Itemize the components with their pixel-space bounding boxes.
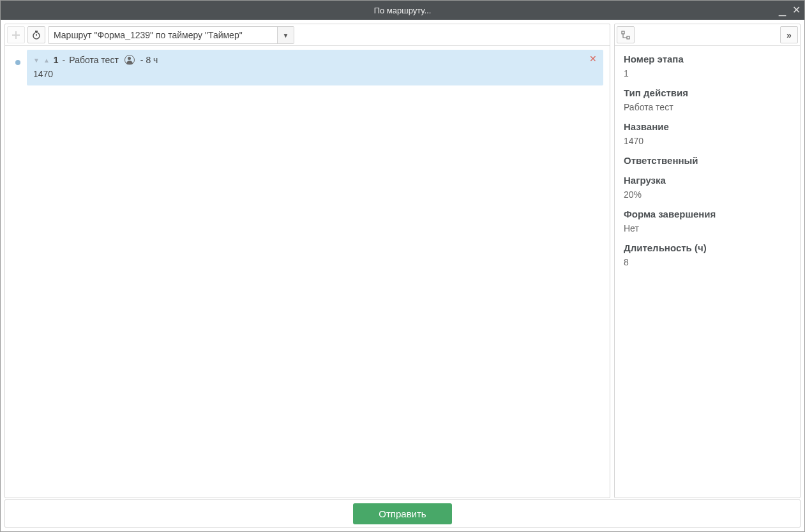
left-toolbar: ▼ [5, 24, 610, 46]
step-separator: - [63, 55, 66, 65]
field-stage-number: Номер этапа 1 [624, 54, 791, 78]
left-panel: ▼ ▼ ▲ 1 - Работа тест [4, 24, 610, 498]
close-button[interactable]: ✕ [792, 5, 801, 15]
field-label: Название [624, 121, 791, 132]
stopwatch-icon [32, 31, 41, 40]
field-value: 8 [624, 257, 791, 267]
field-label: Ответственный [624, 155, 791, 166]
window-controls: _ ✕ [779, 1, 801, 20]
move-up-button[interactable]: ▲ [43, 57, 50, 64]
step-subtitle: 1470 [33, 69, 597, 79]
right-panel: » Номер этапа 1 Тип действия Работа тест… [614, 24, 801, 498]
step-action-label: Работа тест [69, 55, 119, 65]
route-input[interactable] [49, 27, 277, 43]
route-dropdown-button[interactable]: ▼ [277, 27, 294, 43]
field-label: Форма завершения [624, 209, 791, 219]
minimize-button[interactable]: _ [779, 3, 786, 15]
app-window: По маршруту... _ ✕ ▼ [0, 0, 805, 532]
field-responsible: Ответственный [624, 155, 791, 166]
window-title: По маршруту... [374, 6, 432, 15]
titlebar: По маршруту... _ ✕ [1, 1, 804, 20]
add-button[interactable] [7, 26, 25, 43]
field-completion-form: Форма завершения Нет [624, 209, 791, 233]
field-value: Нет [624, 223, 791, 233]
field-value: 1470 [624, 136, 791, 146]
field-action-type: Тип действия Работа тест [624, 87, 791, 112]
field-value: 1 [624, 68, 791, 78]
details-body: Номер этапа 1 Тип действия Работа тест Н… [615, 46, 800, 498]
right-toolbar: » [615, 24, 800, 46]
chevron-down-icon: ▼ [283, 32, 289, 39]
svg-rect-4 [622, 31, 624, 34]
svg-rect-5 [627, 36, 629, 39]
field-label: Номер этапа [624, 54, 791, 64]
timer-button[interactable] [27, 26, 45, 43]
chevron-right-double-icon: » [786, 30, 792, 40]
step-duration: - 8 ч [140, 55, 158, 65]
field-value: 20% [624, 189, 791, 200]
steps-list: ▼ ▲ 1 - Работа тест - 8 ч ✕ 1470 [5, 46, 610, 498]
step-bullet-icon [15, 60, 20, 65]
field-label: Тип действия [624, 87, 791, 98]
step-header: ▼ ▲ 1 - Работа тест - 8 ч [33, 55, 597, 65]
main-row: ▼ ▼ ▲ 1 - Работа тест [4, 24, 801, 498]
footer: Отправить [4, 499, 801, 528]
content-area: ▼ ▼ ▲ 1 - Работа тест [1, 20, 804, 531]
field-label: Нагрузка [624, 175, 791, 186]
tree-icon [621, 31, 630, 40]
user-icon [124, 55, 135, 65]
step-card[interactable]: ▼ ▲ 1 - Работа тест - 8 ч ✕ 1470 [27, 50, 603, 85]
move-down-button[interactable]: ▼ [33, 57, 40, 64]
route-combo[interactable]: ▼ [48, 26, 294, 44]
field-label: Длительность (ч) [624, 242, 791, 253]
field-name: Название 1470 [624, 121, 791, 146]
field-load: Нагрузка 20% [624, 175, 791, 200]
svg-rect-1 [35, 31, 38, 32]
field-value: Работа тест [624, 102, 791, 112]
submit-button[interactable]: Отправить [353, 503, 451, 524]
step-number: 1 [54, 55, 59, 65]
plus-icon [12, 31, 20, 39]
field-duration: Длительность (ч) 8 [624, 242, 791, 267]
step-remove-button[interactable]: ✕ [589, 54, 597, 64]
collapse-panel-button[interactable]: » [780, 26, 798, 43]
tree-button[interactable] [617, 26, 635, 43]
